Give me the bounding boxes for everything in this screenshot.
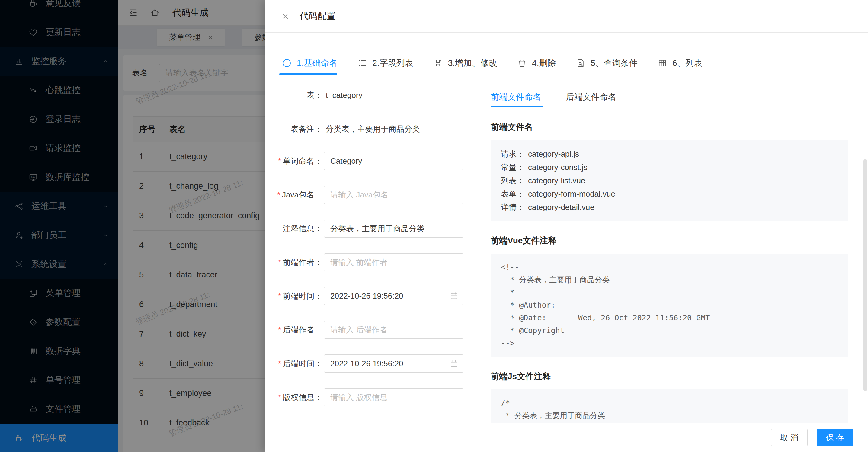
file-naming-panel: 前端文件命名 后端文件命名 前端文件名 请求：category-api.js [491, 74, 848, 423]
field-label: *后端作者： [265, 325, 322, 335]
step-label: 5、查询条件 [591, 57, 638, 69]
file-kind-label: 详情： [501, 203, 524, 212]
field-label: 表备注： [265, 124, 322, 134]
form-field: *Java包名： [265, 186, 463, 204]
form-field: *前端时间： [265, 287, 463, 305]
drawer-scrollbar [864, 159, 867, 391]
panel-section: 前端文件名 请求：category-api.js 常量：category-con… [491, 121, 848, 221]
calendar-icon[interactable] [450, 156, 459, 165]
field-input-box [324, 287, 463, 305]
required-asterisk: * [278, 291, 281, 300]
save-button[interactable]: 保 存 [817, 429, 853, 446]
calendar-icon[interactable] [450, 190, 459, 199]
field-label: *前端时间： [265, 291, 322, 301]
file-naming-tab[interactable]: 前端文件命名 [491, 91, 541, 103]
step-tab[interactable]: 2.字段列表 [358, 57, 413, 69]
file-naming-tab[interactable]: 后端文件命名 [566, 91, 617, 103]
field-input[interactable] [324, 321, 463, 339]
field-label: *Java包名： [265, 190, 322, 200]
section-heading: 前端Vue文件注释 [491, 235, 848, 246]
form-field: *后端作者： [265, 321, 463, 339]
form-field: 表备注： 分类表，主要用于商品分类 [265, 120, 420, 138]
step-tabs: 1.基础命名 2.字段列表 3.增加、修改 4.删除 [282, 57, 703, 69]
form-field: 注释信息： [265, 219, 463, 238]
scrollbar-thumb[interactable] [864, 159, 867, 391]
field-label: *后端时间： [265, 358, 322, 369]
calendar-icon[interactable] [450, 359, 459, 368]
field-input-box [324, 186, 463, 204]
info-circle-icon [282, 58, 292, 68]
form-field: *单词命名： [265, 152, 463, 170]
tabs-divider [491, 107, 848, 107]
calendar-icon[interactable] [450, 224, 459, 233]
required-asterisk: * [278, 258, 281, 267]
cancel-button[interactable]: 取 消 [771, 429, 808, 446]
file-name-list: 请求：category-api.js 常量：category-const.js … [491, 140, 848, 221]
file-name-row: 列表：category-list.vue [501, 174, 838, 187]
drawer-title: 代码配置 [300, 10, 336, 22]
file-name-value: category-list.vue [528, 176, 585, 185]
file-kind-label: 请求： [501, 149, 524, 158]
save-icon [433, 58, 443, 68]
calendar-icon[interactable] [450, 325, 459, 334]
required-asterisk: * [278, 156, 281, 165]
field-label: *版权信息： [265, 392, 322, 403]
step-label: 3.增加、修改 [448, 57, 497, 69]
field-label: 注释信息： [265, 223, 322, 234]
required-asterisk: * [278, 359, 281, 368]
table-list-icon [657, 58, 667, 68]
field-input[interactable] [324, 388, 463, 406]
field-input[interactable] [324, 186, 463, 204]
step-tab[interactable]: 3.增加、修改 [433, 57, 497, 69]
field-label: 表： [265, 90, 322, 100]
drawer-footer: 取 消 保 存 [265, 423, 868, 452]
query-condition-icon [576, 58, 585, 68]
code-config-drawer: 代码配置 1.基础命名 2.字段列表 3.增加、修改 [265, 0, 868, 452]
required-asterisk: * [278, 393, 281, 402]
calendar-icon[interactable] [450, 393, 459, 402]
close-icon[interactable] [281, 12, 290, 21]
active-tab-underline [491, 106, 543, 108]
file-name-value: category-api.js [528, 149, 579, 158]
field-input-box [324, 219, 463, 238]
section-heading: 前端文件名 [491, 121, 848, 133]
field-input-box [324, 355, 463, 372]
file-name-row: 详情：category-detail.vue [501, 201, 838, 214]
file-name-value: category-detail.vue [528, 203, 594, 212]
form-field: *前端作者： [265, 253, 463, 271]
field-input-box [324, 321, 463, 339]
field-input[interactable] [324, 253, 463, 271]
field-input[interactable] [324, 287, 463, 305]
step-label: 6、列表 [672, 57, 703, 69]
file-name-row: 常量：category-const.js [501, 161, 838, 174]
calendar-icon[interactable] [450, 258, 459, 267]
panel-sections: 前端文件名 请求：category-api.js 常量：category-con… [491, 121, 848, 423]
field-input-box [324, 152, 463, 170]
file-kind-label: 表单： [501, 189, 524, 199]
file-kind-label: 列表： [501, 176, 524, 185]
code-comment-block: <!-- * 分类表，主要用于商品分类 * * @Author: * @Date… [491, 253, 848, 357]
drawer-header: 代码配置 [265, 0, 868, 33]
panel-section: 前端Js文件注释 /* * 分类表，主要用于商品分类 * * @Author: [491, 371, 848, 423]
step-tab[interactable]: 1.基础命名 [282, 57, 338, 69]
step-label: 2.字段列表 [372, 57, 413, 69]
drawer-body: 表： t_category 表备注： 分类表，主要用于商品分类 *单词命名： [265, 74, 868, 423]
file-name-value: category-form-modal.vue [528, 189, 615, 199]
step-tabs-bar: 1.基础命名 2.字段列表 3.增加、修改 4.删除 [265, 33, 868, 75]
field-list-icon [358, 58, 367, 68]
step-label: 1.基础命名 [297, 57, 338, 69]
field-input[interactable] [324, 219, 463, 238]
file-naming-tabs: 前端文件命名 后端文件命名 [491, 74, 848, 108]
form-field: *版权信息： [265, 388, 463, 406]
field-input[interactable] [324, 152, 463, 170]
step-tab[interactable]: 6、列表 [657, 57, 703, 69]
required-asterisk: * [277, 190, 280, 199]
field-label: *前端作者： [265, 257, 322, 268]
step-tab[interactable]: 5、查询条件 [576, 57, 638, 69]
calendar-icon[interactable] [450, 291, 459, 300]
field-input[interactable] [324, 355, 463, 372]
form-field: *后端时间： [265, 355, 463, 372]
required-asterisk: * [278, 325, 281, 334]
step-tab[interactable]: 4.删除 [517, 57, 556, 69]
file-name-value: category-const.js [528, 163, 588, 172]
